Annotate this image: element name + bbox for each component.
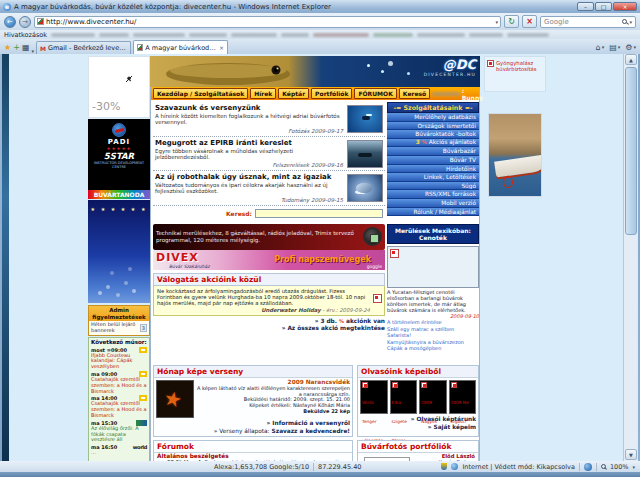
page-dropdown-icon[interactable]: ▾ <box>618 41 621 54</box>
eu-stars: ★ ★ ★ ★ ★ ★ <box>88 206 150 212</box>
tv-title[interactable]: Csatahajók szemtől szemben: a Hood és a … <box>91 377 147 394</box>
sidebar-item-buvarbazar[interactable]: Búvárbazár <box>387 147 479 156</box>
all-promos-link[interactable]: » Az összes akció megtekintése <box>153 325 385 333</box>
security-report-icon[interactable] <box>584 463 592 471</box>
insurance-ad[interactable]: Gyöngyhalász búvárbiztosítás <box>484 56 546 92</box>
nav-kezdolap[interactable]: Kezdőlap / Szolgáltatások <box>153 88 248 99</box>
sidebar-item-rss[interactable]: RSS/XML források <box>387 190 479 199</box>
sidebar-item-linkek[interactable]: Linkek, Letöltések <box>387 173 479 182</box>
promo-count-link[interactable]: » 3 db. % akciónk van <box>153 318 385 326</box>
scroll-up-arrow[interactable]: ▲ <box>625 54 637 65</box>
divex-ad[interactable]: DIVEX Búvár Szakáruház Profi napszemüveg… <box>153 250 385 270</box>
sidebar-item-akcios[interactable]: 3 % Akciós ajánlatok <box>387 139 479 148</box>
forward-button[interactable]: → <box>19 16 31 28</box>
news-thumbnail[interactable] <box>347 140 383 168</box>
quick-tabs-icon[interactable]: ▦ <box>22 42 30 54</box>
padi-banner[interactable]: PADI ★★★★★ 5STAR INSTRUCTOR DEVELOPMENT … <box>88 119 150 199</box>
sidebar-item-hirdetoink[interactable]: Hirdetőink <box>387 165 479 174</box>
broken-image-icon <box>373 294 382 303</box>
nav-kereso[interactable]: Kereső <box>399 88 430 99</box>
divex-brand: DIVEX <box>156 251 199 264</box>
services-header: -= Szolgáltatásaink =- <box>387 102 479 113</box>
tab-gmail[interactable]: M Gmail - Beérkező levelek - ... <box>36 41 131 54</box>
nav-forumok[interactable]: FÓRUMOK <box>354 88 396 99</box>
sidebar-item-rolunk[interactable]: Rólunk / Médiaajánlat <box>387 208 479 217</box>
nav-portfoliok[interactable]: Portfóliók <box>311 88 352 99</box>
dive-computer-ad[interactable]: Technikai merülésekhez, 8 gázváltással, … <box>153 224 385 250</box>
url-field[interactable]: ▾ <box>34 16 501 28</box>
nav-hirek[interactable]: Hírek <box>250 88 276 99</box>
tv-title[interactable]: Csatahajók szemtől szemben: a Hood és a … <box>91 401 147 418</box>
nav-keptar[interactable]: Képtár <box>278 88 309 99</box>
close-button[interactable]: × <box>613 2 637 11</box>
sidebar-item-orszagok[interactable]: Országok ismertetői <box>387 122 479 131</box>
admin-warning-item[interactable]: Héten belül lejáró bannerek 3 <box>89 321 149 335</box>
tv-title[interactable]: Ifjabb Cousteau kalandjai: Cápák veszély… <box>91 353 147 370</box>
site-search-label: Keresd: <box>226 210 252 217</box>
tab-close-icon[interactable]: × <box>219 44 224 51</box>
search-dropdown-icon[interactable]: ▾ <box>629 19 632 25</box>
news-meta[interactable]: Fotózás 2009-09-17 <box>155 128 345 134</box>
search-box[interactable]: Google ▾ <box>540 16 636 28</box>
gallery-thumbnail[interactable]: 2009 Nagyok <box>419 380 447 414</box>
tv-title[interactable]: Az élővilág őrzői: A fókák csapata veszt… <box>91 426 147 443</box>
news-thumbnail[interactable] <box>347 105 383 133</box>
home-dropdown-icon[interactable]: ▾ <box>602 41 605 54</box>
site-nav-bar: Kezdőlap / Szolgáltatások Hírek Képtár P… <box>151 87 479 100</box>
discount-ad-banner[interactable]: -30% <box>88 56 150 118</box>
refresh-button[interactable]: ↻ <box>504 15 519 28</box>
forums-panel: Fórumok Általános beszélgetés ma 08:35 V… <box>153 440 353 461</box>
site-logo[interactable]: @DC DIVECENTER.HU <box>424 58 476 77</box>
gallery-caption: 2009 Nagyok <box>421 400 437 424</box>
vertical-scrollbar[interactable]: ▲ ▼ <box>623 54 637 461</box>
sidebar-item-merulohely[interactable]: Merülőhely adatbázis <box>387 113 479 122</box>
gallery-thumbnail[interactable]: 2009 Ne fogass? <box>449 380 477 414</box>
mexico-article-image[interactable] <box>387 246 479 288</box>
home-icon: ⌂ <box>596 41 601 54</box>
sidebar-item-sugo[interactable]: Súgó <box>387 182 479 191</box>
admin-warning-label: Héten belül lejáró bannerek <box>91 322 138 334</box>
scrollbar-thumb[interactable] <box>625 67 637 235</box>
broken-image-icon <box>421 382 427 388</box>
stop-button[interactable]: × <box>522 15 537 28</box>
news-title[interactable]: Az új robothalak úgy úsznak, mint az iga… <box>155 173 345 181</box>
search-icon[interactable] <box>622 19 627 24</box>
site-search-input[interactable] <box>255 209 383 218</box>
news-title[interactable]: Szavazunk és versenyzünk <box>155 104 345 112</box>
sidebar-item-oktatok[interactable]: Búvároktatók -boltok <box>387 130 479 139</box>
page-button[interactable]: ▤▾ <box>609 41 620 54</box>
back-button[interactable]: ← <box>4 16 16 28</box>
url-input[interactable] <box>46 18 493 26</box>
maximize-button[interactable]: □ <box>595 2 612 11</box>
scroll-down-arrow[interactable]: ▼ <box>625 449 637 460</box>
minimize-button[interactable]: – <box>577 2 594 11</box>
news-meta[interactable]: Felszerelések 2009-09-16 <box>155 162 345 168</box>
sidebar-item-buvartv[interactable]: Búvár TV <box>387 156 479 165</box>
month-info-link[interactable]: » Információ a versenyről <box>156 420 350 428</box>
tv-title[interactable]: … <box>91 450 147 456</box>
news-thumbnail[interactable] <box>347 174 383 202</box>
promo-advertiser[interactable]: Underwater Holiday <box>261 307 320 313</box>
home-button[interactable]: ⌂▾ <box>596 41 605 54</box>
zoom-level[interactable]: 100% <box>610 463 629 471</box>
article-link[interactable]: Cápák a mosógépben <box>387 345 479 351</box>
url-dropdown-icon[interactable]: ▾ <box>495 19 498 25</box>
tools-button[interactable]: ⚙▾ <box>625 41 636 54</box>
redacted-link <box>51 33 95 37</box>
tools-dropdown-icon[interactable]: ▾ <box>633 41 636 54</box>
zoom-dropdown-icon[interactable]: ▾ <box>632 464 635 470</box>
favorites-icon[interactable]: ★ <box>4 42 11 54</box>
sidebar-item-mobil[interactable]: Mobil verzió <box>387 199 479 208</box>
starfish-thumbnail[interactable] <box>156 380 194 418</box>
eu-dive-banner[interactable]: ★ ★ ★ ★ ★ ★ <box>88 200 150 303</box>
username[interactable]: : Bunny <box>462 87 486 101</box>
mexico-article-title[interactable]: Merülések Mexikóban: Cenoték <box>387 224 479 244</box>
month-vote-link[interactable]: » Verseny állapota: Szavazz a kedvencedr… <box>156 428 350 436</box>
gallery-thumbnail[interactable]: Vörös Tenger válogatás <box>360 380 388 414</box>
news-title[interactable]: Megugrott az EPIRB iránti kereslet <box>155 139 345 147</box>
gallery-thumbnail[interactable]: Elba szigete Olaszo... <box>390 380 418 414</box>
news-meta[interactable]: Tudomány 2009-09-15 <box>155 197 345 203</box>
boat-photo[interactable] <box>488 113 542 197</box>
tab-divecenter[interactable]: A magyar búvárkodás, ... × <box>133 40 228 54</box>
add-favorite-icon[interactable]: + <box>13 42 20 54</box>
